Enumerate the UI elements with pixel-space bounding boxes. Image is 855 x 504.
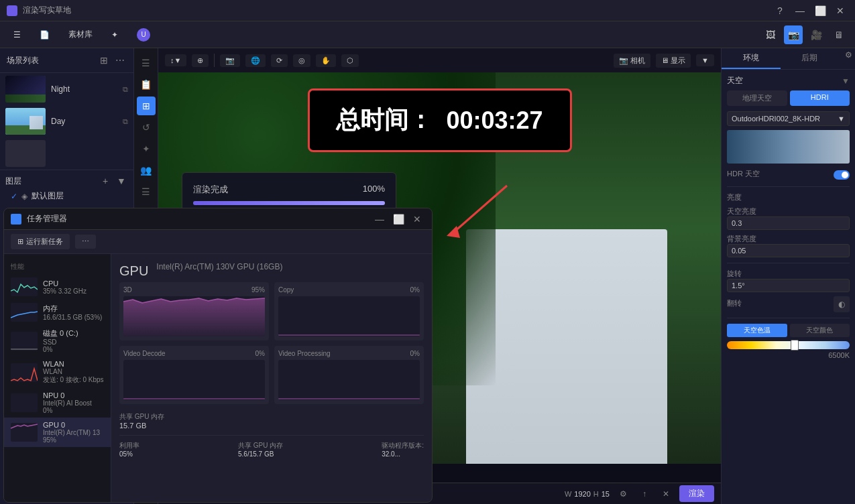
vp-dropdown-btn[interactable]: ▼ bbox=[696, 54, 714, 66]
photo-icon-btn[interactable]: 🖼 bbox=[761, 25, 780, 44]
sky-tab-geo[interactable]: 地理天空 bbox=[727, 90, 787, 106]
run-new-task-btn[interactable]: ⊞ 运行新任务 bbox=[11, 234, 70, 249]
avatar-btn[interactable]: U bbox=[130, 25, 157, 44]
camera-icon-btn[interactable]: 📷 bbox=[784, 25, 803, 44]
tm-cpu-info: CPU 35% 3.32 GHz bbox=[43, 279, 104, 295]
tm-restore-btn[interactable]: ⬜ bbox=[390, 211, 406, 227]
icon-bar-history[interactable]: ↺ bbox=[137, 118, 156, 137]
tm-charts-grid: 3D 95% bbox=[119, 282, 424, 404]
add-layer-btn[interactable]: + bbox=[99, 174, 112, 188]
render-progress-fill bbox=[193, 201, 385, 205]
tm-item-disk[interactable]: 磁盘 0 (C:) SSD0% bbox=[4, 325, 111, 357]
tm-item-wlan[interactable]: WLAN WLAN发送: 0 接收: 0 Kbps bbox=[4, 357, 111, 388]
tm-chart-vp-area bbox=[278, 360, 420, 400]
sky-section-header: 天空 ▼ bbox=[727, 75, 850, 86]
menu-icon-btn[interactable]: ☰ bbox=[7, 27, 27, 42]
render-close-bottom-btn[interactable]: ✕ bbox=[658, 486, 674, 502]
sky-color-btn[interactable]: 天空颜色 bbox=[790, 324, 850, 337]
app-icon bbox=[7, 5, 17, 16]
video-icon-btn[interactable]: 🎥 bbox=[807, 25, 825, 44]
assets-btn[interactable]: 素材库 bbox=[62, 26, 99, 43]
render-settings-btn[interactable]: ⚙ bbox=[615, 486, 631, 502]
star-icon-btn[interactable]: ✦ bbox=[105, 27, 125, 42]
render-final-btn[interactable]: 渲染 bbox=[679, 485, 714, 502]
icon-bar-layers[interactable]: ⊞ bbox=[137, 97, 156, 115]
task-manager-window: 任务管理器 — ⬜ ✕ ⊞ 运行新任务 ⋯ 性能 CPU bbox=[3, 208, 433, 503]
sky-color-temp-btn[interactable]: 天空色温 bbox=[727, 324, 787, 337]
bg-brightness-row: 背景亮度 0.05 bbox=[727, 234, 850, 257]
maximize-btn[interactable]: ⬜ bbox=[812, 3, 828, 19]
right-panel-settings-btn[interactable]: ⚙ bbox=[842, 48, 855, 62]
tm-bottom-info: 共享 GPU 内存 15.7 GB bbox=[119, 412, 424, 430]
tm-icon bbox=[11, 214, 21, 225]
tm-close-btn[interactable]: ✕ bbox=[409, 211, 425, 227]
main-toolbar: ☰ 📄 素材库 ✦ U 🖼 📷 🎥 🖥 bbox=[0, 21, 855, 48]
tm-title: 任务管理器 bbox=[27, 213, 67, 225]
vp-loop-btn[interactable]: ⟳ bbox=[271, 54, 288, 67]
hdr-sky-toggle[interactable] bbox=[834, 170, 850, 180]
tm-item-npu[interactable]: NPU 0 Intel(R) AI Boost0% bbox=[4, 388, 111, 418]
tm-npu-chart bbox=[11, 393, 38, 412]
rotation-input[interactable]: 1.5° bbox=[727, 279, 850, 292]
scene-item-night[interactable]: Night ⧉ bbox=[0, 73, 133, 105]
vp-hex-btn[interactable]: ⬡ bbox=[341, 54, 359, 67]
layer-item-default[interactable]: ✓ ◈ 默认图层 bbox=[5, 188, 128, 204]
flip-row: 翻转 ◐ bbox=[727, 296, 850, 312]
transform-btn[interactable]: ↕▼ bbox=[165, 54, 186, 66]
sky-tab-hdri[interactable]: HDRI bbox=[790, 90, 850, 106]
tm-item-gpu[interactable]: GPU 0 Intel(R) Arc(TM) 1395% bbox=[4, 418, 111, 447]
tab-env[interactable]: 环境 bbox=[722, 48, 781, 69]
tm-minimize-btn[interactable]: — bbox=[372, 211, 388, 227]
vp-3d-btn[interactable]: ◎ bbox=[293, 54, 310, 67]
right-panel-tabs: 环境 后期 ⚙ bbox=[722, 48, 855, 70]
icon-bar-menu[interactable]: ☰ bbox=[137, 54, 156, 72]
tm-item-memory[interactable]: 内存 16.6/31.5 GB (53%) bbox=[4, 300, 111, 325]
sky-chevron[interactable]: ▼ bbox=[842, 76, 850, 86]
render-percent: 100% bbox=[363, 184, 385, 196]
screen-icon-btn[interactable]: 🖥 bbox=[830, 25, 848, 44]
vp-hand-btn[interactable]: ✋ bbox=[316, 54, 336, 67]
tm-gpu-subtitle-text: Intel(R) Arc(TM) 130V GPU (16GB) bbox=[156, 262, 282, 271]
svg-line-0 bbox=[453, 186, 507, 233]
settings-divider-1 bbox=[727, 186, 850, 187]
hdri-chevron: ▼ bbox=[838, 115, 845, 123]
tm-more-btn[interactable]: ⋯ bbox=[75, 235, 96, 249]
icon-bar-list[interactable]: ☰ bbox=[137, 182, 156, 201]
scene-name-day: Day bbox=[51, 117, 117, 126]
title-bar: 渲染写实草地 ? — ⬜ ✕ bbox=[0, 0, 855, 21]
file-icon-btn[interactable]: 📄 bbox=[33, 27, 56, 42]
hdri-value: OutdoorHDRI002_8K-HDR bbox=[732, 115, 820, 123]
sky-brightness-input[interactable]: 0.3 bbox=[727, 216, 850, 230]
scenes-menu-btn[interactable]: ⋯ bbox=[113, 54, 127, 67]
bg-brightness-input[interactable]: 0.05 bbox=[727, 244, 850, 257]
icon-bar-users[interactable]: 👥 bbox=[137, 161, 156, 180]
tm-gpu-info: GPU 0 Intel(R) Arc(TM) 1395% bbox=[43, 421, 104, 444]
close-btn[interactable]: ✕ bbox=[832, 3, 848, 19]
assets-label: 素材库 bbox=[68, 29, 93, 40]
coordinate-btn[interactable]: ⊕ bbox=[192, 54, 209, 67]
tm-right-panel: GPU Intel(R) Arc(TM) 130V GPU (16GB) 3D … bbox=[111, 254, 432, 502]
render-share-btn[interactable]: ↑ bbox=[636, 486, 652, 502]
scene-name-night: Night bbox=[51, 84, 117, 94]
flip-icon-btn[interactable]: ◐ bbox=[834, 296, 850, 312]
icon-bar-file[interactable]: 📋 bbox=[137, 75, 156, 94]
run-task-icon: ⊞ bbox=[17, 237, 23, 246]
sky-title: 天空 bbox=[727, 75, 743, 86]
color-temp-bar[interactable] bbox=[727, 341, 850, 349]
layer-menu-btn[interactable]: ▼ bbox=[115, 174, 128, 188]
tm-item-cpu[interactable]: CPU 35% 3.32 GHz bbox=[4, 274, 111, 300]
tm-disk-info: 磁盘 0 (C:) SSD0% bbox=[43, 328, 104, 353]
hdri-select[interactable]: OutdoorHDRI002_8K-HDR ▼ bbox=[727, 111, 850, 126]
minimize-btn[interactable]: — bbox=[792, 3, 808, 19]
vp-globe-btn[interactable]: 🌐 bbox=[245, 54, 266, 67]
help-btn[interactable]: ? bbox=[772, 3, 788, 19]
tm-chart-copy-area bbox=[278, 296, 420, 336]
scene-item-day[interactable]: Day ⧉ bbox=[0, 105, 133, 137]
vp-display-btn[interactable]: 🖥 显示 bbox=[656, 54, 691, 68]
vp-camera-label-btn[interactable]: 📷 相机 bbox=[614, 54, 650, 68]
tab-post[interactable]: 后期 bbox=[781, 48, 840, 69]
add-scene-btn[interactable]: ⊞ bbox=[97, 54, 111, 67]
vp-camera-btn[interactable]: 📷 bbox=[220, 54, 240, 67]
scene-item-blank[interactable] bbox=[0, 137, 133, 170]
icon-bar-tools[interactable]: ✦ bbox=[137, 139, 156, 158]
